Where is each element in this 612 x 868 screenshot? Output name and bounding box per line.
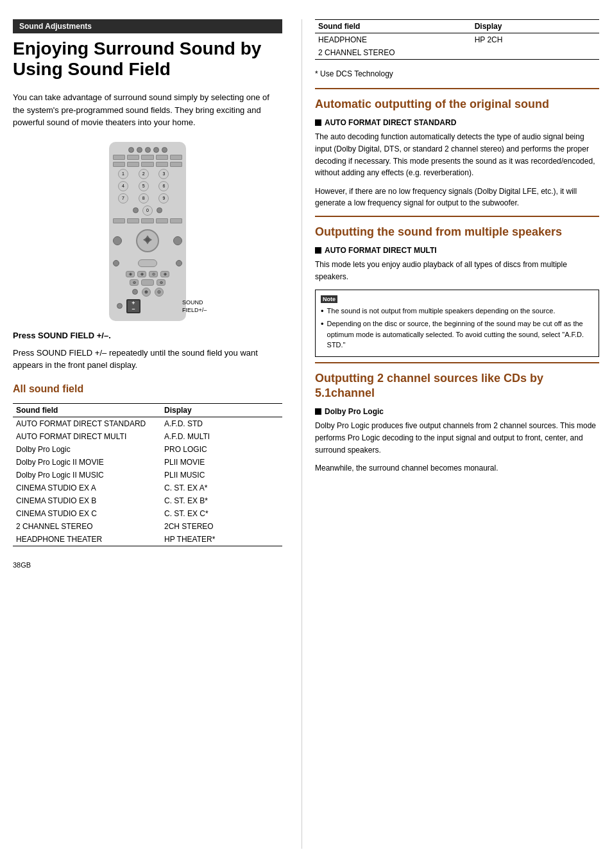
section-title-1: Outputting the sound from multiple speak… bbox=[315, 225, 599, 239]
body-text: Meanwhile, the surround channel becomes … bbox=[315, 462, 599, 474]
table-cell: 2CH STEREO bbox=[161, 520, 282, 533]
table-cell: AUTO FORMAT DIRECT STANDARD bbox=[13, 417, 161, 430]
note-text: Depending on the disc or source, the beg… bbox=[327, 318, 593, 351]
table-cell: A.F.D. STD bbox=[161, 417, 282, 430]
note-text: The sound is not output from multiple sp… bbox=[327, 306, 556, 317]
label-icon bbox=[315, 119, 321, 126]
section-divider bbox=[315, 88, 599, 89]
table-cell: Dolby Pro Logic II MOVIE bbox=[13, 456, 161, 469]
table-col1-header: Sound field bbox=[13, 403, 161, 417]
remote-num-0: 0 bbox=[142, 205, 153, 216]
table-col2-header: Display bbox=[161, 403, 282, 417]
table-cell: CINEMA STUDIO EX A bbox=[13, 482, 161, 494]
right-column: Sound field Display HEADPHONEHP 2CH2 CHA… bbox=[302, 19, 599, 849]
table-cell: A.F.D. MULTI bbox=[161, 430, 282, 443]
remote-illustration: 1 2 3 4 5 6 7 8 9 0 bbox=[13, 142, 282, 321]
table-cell: C. ST. EX C* bbox=[161, 507, 282, 520]
body-text: This mode lets you enjoy audio playback … bbox=[315, 259, 599, 282]
remote-num-5: 5 bbox=[139, 181, 149, 191]
table-row: 2 CHANNEL STEREO bbox=[315, 46, 599, 60]
section-title-2: Outputting 2 channel sources like CDs by… bbox=[315, 371, 599, 401]
page-suffix: GB bbox=[21, 561, 31, 569]
right-table-col1-header: Sound field bbox=[315, 20, 472, 33]
body-text: The auto decoding function automatically… bbox=[315, 131, 599, 178]
subsection-label-text: Dolby Pro Logic bbox=[325, 407, 384, 416]
table-cell: PLII MUSIC bbox=[161, 469, 282, 482]
remote-num-4: 4 bbox=[118, 181, 128, 191]
table-cell: 2 CHANNEL STEREO bbox=[13, 520, 161, 533]
table-cell: Dolby Pro Logic II MUSIC bbox=[13, 469, 161, 482]
sound-field-label: SOUND FIELD+/– bbox=[182, 299, 217, 314]
table-row: 2 CHANNEL STEREO2CH STEREO bbox=[13, 520, 282, 533]
subsection-label-1-0: AUTO FORMAT DIRECT MULTI bbox=[315, 246, 599, 255]
sound-field-table: Sound field Display AUTO FORMAT DIRECT S… bbox=[13, 403, 282, 546]
right-table-col2-header: Display bbox=[472, 20, 599, 33]
table-row: CINEMA STUDIO EX CC. ST. EX C* bbox=[13, 507, 282, 520]
page-number: 38GB bbox=[13, 559, 282, 569]
subsection-label-0-0: AUTO FORMAT DIRECT STANDARD bbox=[315, 118, 599, 127]
label-icon bbox=[315, 408, 321, 415]
table-cell: CINEMA STUDIO EX B bbox=[13, 494, 161, 507]
section-divider bbox=[315, 216, 599, 217]
table-cell: CINEMA STUDIO EX C bbox=[13, 507, 161, 520]
note-label: Note bbox=[321, 295, 337, 303]
remote-num-8: 8 bbox=[139, 193, 149, 204]
section-header: Sound Adjustments bbox=[13, 19, 282, 33]
table-cell: C. ST. EX A* bbox=[161, 482, 282, 494]
table-cell: HEADPHONE bbox=[315, 33, 472, 47]
body-text: Dolby Pro Logic produces five output cha… bbox=[315, 420, 599, 456]
press-instruction: Press SOUND FIELD +/–. bbox=[13, 331, 282, 340]
table-cell: 2 CHANNEL STEREO bbox=[315, 46, 472, 60]
remote-num-6: 6 bbox=[158, 181, 169, 191]
note-bullet: • Depending on the disc or source, the b… bbox=[321, 318, 593, 351]
remote-num-9: 9 bbox=[158, 193, 169, 204]
body-text: However, if there are no low frequency s… bbox=[315, 186, 599, 209]
bullet-dot: • bbox=[321, 306, 324, 317]
table-cell bbox=[472, 46, 599, 60]
subsection-label-2-0: Dolby Pro Logic bbox=[315, 407, 599, 416]
subsection-label-text: AUTO FORMAT DIRECT STANDARD bbox=[325, 118, 456, 127]
table-cell: HEADPHONE THEATER bbox=[13, 533, 161, 546]
main-title: Enjoying Surround Sound by Using Sound F… bbox=[13, 39, 282, 80]
bullet-dot: • bbox=[321, 319, 324, 351]
section-title-0: Automatic outputting of the original sou… bbox=[315, 97, 599, 112]
sound-field-button[interactable]: + – bbox=[126, 299, 140, 313]
table-row: CINEMA STUDIO EX AC. ST. EX A* bbox=[13, 482, 282, 494]
table-cell: HP THEATER* bbox=[161, 533, 282, 546]
subsection-label-text: AUTO FORMAT DIRECT MULTI bbox=[325, 246, 437, 255]
press-text: Press SOUND FIELD +/– repeatedly until t… bbox=[13, 347, 282, 372]
remote-num-7: 7 bbox=[118, 193, 128, 204]
table-row: AUTO FORMAT DIRECT MULTIA.F.D. MULTI bbox=[13, 430, 282, 443]
table-row: Dolby Pro Logic II MUSICPLII MUSIC bbox=[13, 469, 282, 482]
right-top-table: Sound field Display HEADPHONEHP 2CH2 CHA… bbox=[315, 19, 599, 60]
intro-text: You can take advantage of surround sound… bbox=[13, 91, 282, 129]
section-divider bbox=[315, 362, 599, 363]
table-cell: Dolby Pro Logic bbox=[13, 443, 161, 456]
remote-num-3: 3 bbox=[158, 169, 169, 179]
note-box: Note • The sound is not output from mult… bbox=[315, 290, 599, 357]
table-row: Dolby Pro LogicPRO LOGIC bbox=[13, 443, 282, 456]
table-row: CINEMA STUDIO EX BC. ST. EX B* bbox=[13, 494, 282, 507]
svg-point-4 bbox=[146, 238, 149, 241]
asterisk-note: * Use DCS Technology bbox=[315, 69, 599, 78]
table-row: HEADPHONEHP 2CH bbox=[315, 33, 599, 47]
table-row: AUTO FORMAT DIRECT STANDARDA.F.D. STD bbox=[13, 417, 282, 430]
remote-num-1: 1 bbox=[118, 169, 128, 179]
table-cell: C. ST. EX B* bbox=[161, 494, 282, 507]
table-row: HEADPHONE THEATERHP THEATER* bbox=[13, 533, 282, 546]
label-icon bbox=[315, 247, 321, 254]
table-cell: HP 2CH bbox=[472, 33, 599, 47]
note-bullet: • The sound is not output from multiple … bbox=[321, 306, 593, 317]
all-sound-field-title: All sound field bbox=[13, 383, 282, 397]
remote-num-2: 2 bbox=[139, 169, 149, 179]
table-cell: PLII MOVIE bbox=[161, 456, 282, 469]
left-column: Sound Adjustments Enjoying Surround Soun… bbox=[13, 19, 302, 849]
table-cell: AUTO FORMAT DIRECT MULTI bbox=[13, 430, 161, 443]
table-cell: PRO LOGIC bbox=[161, 443, 282, 456]
table-row: Dolby Pro Logic II MOVIEPLII MOVIE bbox=[13, 456, 282, 469]
